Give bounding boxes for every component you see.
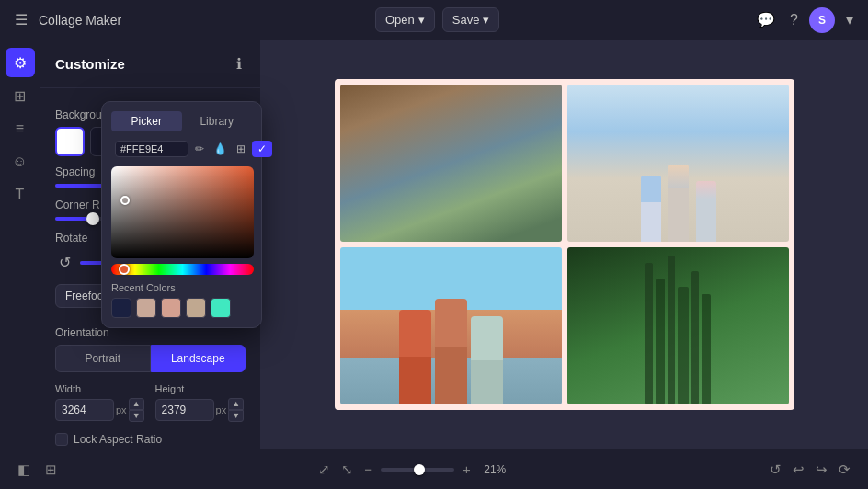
app-title: Collage Maker [39, 13, 121, 28]
sidebar-item-text[interactable]: T [6, 180, 35, 210]
collage-photo-3[interactable] [340, 247, 562, 404]
recent-swatch-4[interactable] [186, 298, 206, 318]
rotate-ccw-icon[interactable]: ↺ [55, 250, 74, 275]
width-down[interactable]: ▼ [129, 410, 144, 422]
layers-bottom-icon[interactable]: ◧ [15, 459, 33, 481]
width-input-row: px ▲ ▼ [55, 398, 144, 422]
recent-swatch-5[interactable] [211, 298, 231, 318]
collage-photo-4[interactable] [567, 247, 789, 404]
width-unit: px [116, 404, 127, 415]
chevron-down-icon[interactable]: ▾ [842, 7, 857, 32]
topbar: ☰ Collage Maker Open ▾ Save ▾ 💬 ? S ▾ [0, 0, 868, 40]
width-group: Width px ▲ ▼ [55, 383, 144, 422]
bg-swatch-white[interactable] [55, 127, 85, 156]
topbar-center: Open ▾ Save ▾ [121, 7, 753, 32]
width-stepper: ▲ ▼ [129, 398, 144, 422]
topbar-left: ☰ Collage Maker [11, 7, 121, 32]
grid-bottom-icon[interactable]: ⊞ [42, 459, 60, 481]
reset-icon[interactable]: ↺ [767, 459, 784, 481]
height-down[interactable]: ▼ [228, 410, 244, 422]
orientation-group: Portrait Landscape [55, 345, 246, 372]
zoom-out-icon[interactable]: − [361, 459, 375, 480]
width-up[interactable]: ▲ [129, 398, 144, 410]
height-up[interactable]: ▲ [228, 398, 244, 410]
hex-input[interactable] [115, 141, 188, 157]
color-picker-popup: Picker Library ✏ 💧 ⊞ ✓ Recent Colors [101, 101, 262, 328]
bottombar-left: ◧ ⊞ [15, 459, 60, 481]
panel-title: Customize [55, 56, 125, 72]
picker-tab[interactable]: Picker [111, 111, 182, 131]
confirm-icon[interactable]: ✓ [252, 141, 272, 157]
sidebar-item-customize[interactable]: ⚙ [6, 48, 35, 77]
expand-icon[interactable]: ⤢ [315, 459, 333, 481]
fit-icon[interactable]: ⤡ [338, 459, 356, 481]
bottombar-right: ↺ ↩ ↪ ⟳ [767, 459, 853, 481]
hue-slider[interactable] [111, 264, 254, 275]
height-label: Height [155, 383, 245, 394]
portrait-button[interactable]: Portrait [55, 345, 151, 372]
library-tab[interactable]: Library [182, 111, 253, 131]
lock-row: Lock Aspect Ratio [55, 433, 246, 446]
lock-label: Lock Aspect Ratio [74, 433, 162, 446]
gradient-canvas[interactable] [111, 166, 254, 258]
color-tabs: Picker Library [111, 111, 252, 131]
collage-container [335, 79, 794, 410]
zoom-slider[interactable] [381, 468, 454, 472]
recent-colors-label: Recent Colors [111, 282, 252, 293]
zoom-thumb[interactable] [414, 464, 425, 475]
dropper-icon[interactable]: 💧 [211, 141, 230, 157]
corner-thumb[interactable] [86, 212, 99, 225]
bottombar: ◧ ⊞ ⤢ ⤡ − + 21% ↺ ↩ ↪ ⟳ [0, 449, 868, 489]
grid-icon[interactable]: ⊞ [234, 141, 248, 157]
avatar[interactable]: S [809, 7, 835, 33]
orientation-label: Orientation [55, 326, 246, 339]
dimensions-row: Width px ▲ ▼ Height px [55, 383, 246, 422]
menu-button[interactable]: ☰ [11, 7, 31, 32]
main-layout: ⚙ ⊞ ≡ ☺ T Customize ℹ Background Color S… [0, 40, 868, 449]
recent-swatch-1[interactable] [111, 298, 131, 318]
hex-row: ✏ 💧 ⊞ ✓ [111, 139, 252, 159]
collage-photo-1[interactable] [340, 85, 562, 242]
zoom-value: 21% [479, 463, 511, 476]
lock-checkbox[interactable] [55, 433, 68, 446]
undo-icon[interactable]: ↩ [790, 459, 807, 481]
width-label: Width [55, 383, 144, 394]
recent-swatch-2[interactable] [136, 298, 156, 318]
canvas-area [261, 40, 868, 449]
comment-icon[interactable]: 💬 [753, 7, 779, 32]
recent-swatch-3[interactable] [161, 298, 181, 318]
icon-sidebar: ⚙ ⊞ ≡ ☺ T [0, 40, 40, 449]
height-unit: px [216, 404, 227, 415]
panel-header: Customize ℹ [40, 40, 260, 88]
recent-colors-row [111, 298, 252, 318]
clock-icon[interactable]: ⟳ [836, 459, 853, 481]
gradient-thumb[interactable] [120, 196, 130, 205]
help-icon[interactable]: ? [786, 8, 802, 32]
landscape-button[interactable]: Landscape [151, 345, 246, 372]
redo-icon[interactable]: ↪ [813, 459, 830, 481]
open-button[interactable]: Open ▾ [375, 7, 435, 32]
edit-icon[interactable]: ✏ [192, 141, 207, 157]
topbar-right: 💬 ? S ▾ [753, 7, 857, 33]
height-input[interactable] [155, 399, 214, 421]
collage-photo-2[interactable] [567, 85, 789, 242]
height-group: Height px ▲ ▼ [155, 383, 245, 422]
info-icon[interactable]: ℹ [233, 51, 246, 76]
color-action-btns: ✏ 💧 ⊞ ✓ [192, 141, 272, 157]
zoom-in-icon[interactable]: + [460, 459, 474, 480]
height-stepper: ▲ ▼ [228, 398, 244, 422]
height-input-row: px ▲ ▼ [155, 398, 245, 422]
sidebar-item-layers[interactable]: ≡ [6, 114, 35, 143]
width-input[interactable] [55, 399, 114, 421]
bottombar-center: ⤢ ⤡ − + 21% [315, 459, 511, 481]
sidebar-item-faces[interactable]: ☺ [6, 147, 35, 176]
sidebar-item-grid[interactable]: ⊞ [6, 81, 35, 110]
save-button[interactable]: Save ▾ [442, 7, 500, 32]
hue-thumb[interactable] [119, 264, 130, 275]
